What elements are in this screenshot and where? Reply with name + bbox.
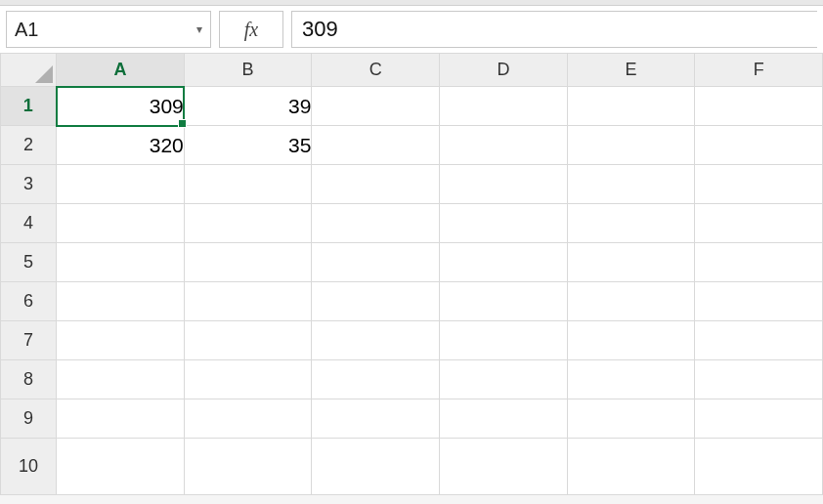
cell-B3[interactable] [184, 165, 312, 204]
cell-D8[interactable] [440, 360, 568, 399]
cell-B10[interactable] [184, 439, 312, 495]
cell-C4[interactable] [312, 204, 440, 243]
row-label: 3 [23, 174, 33, 193]
cell-A4[interactable] [57, 204, 185, 243]
col-label: F [754, 60, 764, 79]
cell-A9[interactable] [57, 399, 185, 439]
table-row: 5 [1, 243, 823, 282]
cell-F7[interactable] [695, 321, 823, 360]
cell-F1[interactable] [695, 87, 823, 126]
cell-C8[interactable] [312, 360, 440, 399]
cell-E8[interactable] [567, 360, 695, 399]
row-head-8[interactable]: 8 [1, 360, 57, 399]
row-head-1[interactable]: 1 [1, 87, 57, 126]
table-row: 4 [1, 204, 823, 243]
cell-value: 320 [150, 134, 184, 156]
cell-E9[interactable] [567, 399, 695, 439]
cell-E1[interactable] [567, 87, 695, 126]
cell-B4[interactable] [184, 204, 312, 243]
cell-A3[interactable] [57, 165, 185, 204]
row-head-7[interactable]: 7 [1, 321, 57, 360]
cell-A8[interactable] [57, 360, 185, 399]
formula-input[interactable]: 309 [291, 11, 817, 48]
select-all-corner[interactable] [1, 54, 57, 87]
cell-C3[interactable] [312, 165, 440, 204]
row-head-10[interactable]: 10 [1, 439, 57, 495]
column-header-row: A B C D E F [1, 54, 823, 87]
col-head-F[interactable]: F [695, 54, 823, 87]
cell-C10[interactable] [312, 439, 440, 495]
col-label: B [242, 60, 254, 79]
row-head-5[interactable]: 5 [1, 243, 57, 282]
cell-B2[interactable]: 35 [184, 126, 312, 165]
cell-C5[interactable] [312, 243, 440, 282]
cell-F2[interactable] [695, 126, 823, 165]
table-row: 1 309 39 [1, 87, 823, 126]
chevron-down-icon[interactable]: ▾ [196, 22, 202, 36]
cell-C2[interactable] [312, 126, 440, 165]
cell-B8[interactable] [184, 360, 312, 399]
cell-E3[interactable] [567, 165, 695, 204]
row-head-6[interactable]: 6 [1, 282, 57, 321]
cell-D7[interactable] [440, 321, 568, 360]
row-label: 5 [23, 252, 33, 272]
cell-D5[interactable] [440, 243, 568, 282]
cell-B5[interactable] [184, 243, 312, 282]
cell-D3[interactable] [440, 165, 568, 204]
cell-B7[interactable] [184, 321, 312, 360]
insert-function-button[interactable]: fx [219, 11, 283, 48]
cell-F4[interactable] [695, 204, 823, 243]
col-head-E[interactable]: E [567, 54, 695, 87]
row-head-2[interactable]: 2 [1, 126, 57, 165]
cell-E7[interactable] [567, 321, 695, 360]
cell-F5[interactable] [695, 243, 823, 282]
cell-C9[interactable] [312, 399, 440, 439]
cell-D2[interactable] [440, 126, 568, 165]
cell-B9[interactable] [184, 399, 312, 439]
col-head-D[interactable]: D [440, 54, 568, 87]
cell-E4[interactable] [567, 204, 695, 243]
cell-D9[interactable] [440, 399, 568, 439]
cell-B1[interactable]: 39 [184, 87, 312, 126]
cell-E2[interactable] [567, 126, 695, 165]
select-all-triangle-icon [35, 65, 53, 83]
cell-C7[interactable] [312, 321, 440, 360]
table-row: 8 [1, 360, 823, 399]
cell-A10[interactable] [57, 439, 185, 495]
cell-D4[interactable] [440, 204, 568, 243]
cell-C6[interactable] [312, 282, 440, 321]
table-row: 2 320 35 [1, 126, 823, 165]
col-head-A[interactable]: A [57, 54, 185, 87]
table-row: 6 [1, 282, 823, 321]
row-label: 7 [23, 330, 33, 350]
cell-A7[interactable] [57, 321, 185, 360]
cell-C1[interactable] [312, 87, 440, 126]
col-head-C[interactable]: C [312, 54, 440, 87]
name-box[interactable]: A1 ▾ [6, 11, 211, 48]
cell-A6[interactable] [57, 282, 185, 321]
cell-B6[interactable] [184, 282, 312, 321]
cell-value: 39 [288, 95, 311, 117]
row-head-3[interactable]: 3 [1, 165, 57, 204]
row-head-9[interactable]: 9 [1, 399, 57, 439]
table-row: 9 [1, 399, 823, 439]
cell-F10[interactable] [695, 439, 823, 495]
cell-F8[interactable] [695, 360, 823, 399]
cell-A1[interactable]: 309 [57, 87, 185, 126]
row-head-4[interactable]: 4 [1, 204, 57, 243]
cell-F9[interactable] [695, 399, 823, 439]
cell-D6[interactable] [440, 282, 568, 321]
row-label: 9 [23, 408, 33, 428]
cell-F6[interactable] [695, 282, 823, 321]
cell-E10[interactable] [567, 439, 695, 495]
cell-E5[interactable] [567, 243, 695, 282]
cell-D10[interactable] [440, 439, 568, 495]
cell-E6[interactable] [567, 282, 695, 321]
cell-A5[interactable] [57, 243, 185, 282]
col-head-B[interactable]: B [184, 54, 312, 87]
formula-bar: A1 ▾ fx 309 [0, 6, 823, 53]
cell-D1[interactable] [440, 87, 568, 126]
cell-A2[interactable]: 320 [57, 126, 185, 165]
col-label: A [113, 60, 126, 79]
cell-F3[interactable] [695, 165, 823, 204]
